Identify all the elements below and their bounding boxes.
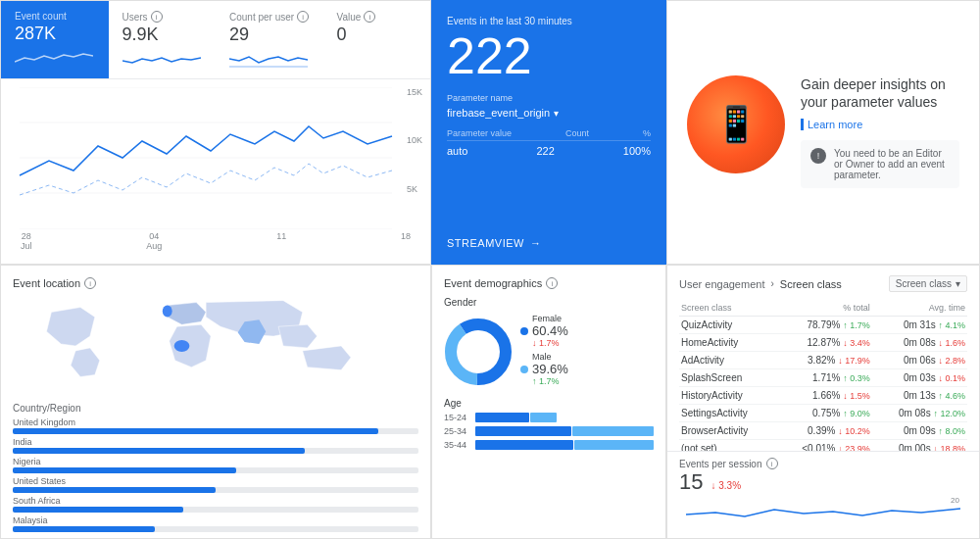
eps-title: Events per session i xyxy=(679,458,967,469)
table-row: AdActivity 3.82% ↓ 17.9% 0m 06s ↓ 2.8% xyxy=(679,352,967,369)
count-per-user-metric[interactable]: Count per user i 29 xyxy=(216,1,323,78)
table-row: BrowserActivity 0.39% ↓ 10.2% 0m 09s ↑ 8… xyxy=(679,422,967,440)
param-table-header-count: Count xyxy=(565,128,589,138)
country-region-label: Country/Region xyxy=(13,403,418,414)
param-table-header-pct: % xyxy=(643,128,651,138)
female-legend: Female 60.4% ↓ 1.7% xyxy=(520,314,568,348)
count-per-user-sparkline xyxy=(229,49,308,69)
country-item-nigeria: Nigeria xyxy=(13,457,418,473)
count-per-user-value: 29 xyxy=(229,24,310,45)
female-pct: 60.4% xyxy=(532,323,568,338)
cell-pct: 1.66% ↓ 1.5% xyxy=(775,387,872,405)
learn-more-link[interactable]: Learn more xyxy=(801,119,959,130)
insights-panel: 📱 Gain deeper insights on your parameter… xyxy=(666,0,980,265)
param-name-value: firebase_event_origin xyxy=(447,107,550,119)
cell-time: 0m 08s ↓ 1.6% xyxy=(872,334,967,352)
chart-x-labels: 28Jul 04Aug 11 18 xyxy=(13,229,418,251)
insights-title: Gain deeper insights on your parameter v… xyxy=(801,75,959,111)
value-info-icon[interactable]: i xyxy=(364,11,375,23)
table-header-row: Screen class % total Avg. time xyxy=(679,300,967,317)
eps-info-icon[interactable]: i xyxy=(766,458,778,469)
cell-time: 0m 00s ↓ 18.8% xyxy=(872,440,967,452)
gender-label: Gender xyxy=(444,297,654,308)
age-chart: 15-24 25-34 35-44 xyxy=(444,413,654,450)
param-table-header-value: Parameter value xyxy=(447,128,512,138)
value-metric[interactable]: Value i 0 xyxy=(323,1,431,78)
demographics-info-icon[interactable]: i xyxy=(546,277,558,289)
table-row: HistoryActivity 1.66% ↓ 1.5% 0m 13s ↑ 4.… xyxy=(679,387,967,405)
cell-name: QuizActivity xyxy=(679,317,775,334)
cell-pct: 3.82% ↓ 17.9% xyxy=(775,352,872,369)
info-box: ! You need to be an Editor or Owner to a… xyxy=(801,140,959,188)
param-table-row: auto 222 100% xyxy=(447,145,651,157)
engagement-table: Screen class % total Avg. time QuizActiv… xyxy=(679,300,967,451)
main-line-chart xyxy=(13,87,418,229)
cell-name: (not set) xyxy=(679,440,775,452)
age-bar-15-24-b xyxy=(530,413,557,422)
users-info-icon[interactable]: i xyxy=(151,11,163,23)
users-metric[interactable]: Users i 9.9K xyxy=(109,1,217,78)
svg-point-6 xyxy=(163,306,172,318)
count-per-user-label: Count per user i xyxy=(229,11,310,23)
demographics-title: Event demographics i xyxy=(444,277,654,289)
events-per-session-section: Events per session i 15 ↓ 3.3% 20 xyxy=(667,451,979,538)
location-info-icon[interactable]: i xyxy=(84,277,96,289)
female-change: ↓ 1.7% xyxy=(532,338,568,348)
demographics-panel: Event demographics i Gender Female 60.4%… xyxy=(431,265,666,539)
events-title: Events in the last 30 minutes xyxy=(447,16,651,26)
svg-point-7 xyxy=(174,340,190,352)
age-bar-35-44-a xyxy=(475,440,573,450)
param-dropdown-arrow[interactable]: ▾ xyxy=(554,108,559,119)
cell-pct: 12.87% ↓ 3.4% xyxy=(775,334,872,352)
users-value: 9.9K xyxy=(122,24,203,45)
country-list: Country/Region United Kingdom India Nige… xyxy=(13,403,418,532)
breadcrumb-screen-class: Screen class xyxy=(780,278,842,290)
gender-legend: Female 60.4% ↓ 1.7% Male 39.6% ↑ 1.7% xyxy=(520,314,568,390)
age-label: Age xyxy=(444,398,654,409)
cell-pct: 0.75% ↑ 9.0% xyxy=(775,405,872,422)
event-count-metric[interactable]: Event count 287K xyxy=(1,1,109,78)
country-item-us: United States xyxy=(13,476,418,493)
cell-pct: <0.01% ↓ 23.9% xyxy=(775,440,872,452)
insights-image: 📱 xyxy=(687,75,785,173)
col-screen-class: Screen class xyxy=(679,300,775,317)
location-title: Event location i xyxy=(13,277,418,289)
country-item-india: India xyxy=(13,437,418,454)
cell-name: HomeActivity xyxy=(679,334,775,352)
param-row-value: auto xyxy=(447,145,467,157)
screen-class-dropdown[interactable]: Screen class ▾ xyxy=(889,275,967,292)
male-dot xyxy=(520,366,528,373)
table-row: HomeActivity 12.87% ↓ 3.4% 0m 08s ↓ 1.6% xyxy=(679,334,967,352)
param-table: Parameter value Count % auto 222 100% xyxy=(447,128,651,157)
param-row-count: 222 xyxy=(536,145,554,157)
cell-name: HistoryActivity xyxy=(679,387,775,405)
country-item-sa: South Africa xyxy=(13,496,418,513)
engagement-header: User engagement › Screen class Screen cl… xyxy=(679,275,967,292)
info-icon: ! xyxy=(810,148,826,164)
male-legend: Male 39.6% ↑ 1.7% xyxy=(520,352,568,386)
breadcrumb-chevron: › xyxy=(770,278,773,289)
table-row: SettingsActivity 0.75% ↑ 9.0% 0m 08s ↑ 1… xyxy=(679,405,967,422)
cell-time: 0m 13s ↑ 4.6% xyxy=(872,387,967,405)
count-per-user-info-icon[interactable]: i xyxy=(297,11,309,23)
female-dot xyxy=(520,327,528,335)
age-bar-25-34-a xyxy=(475,426,571,436)
events-count: 222 xyxy=(447,30,651,81)
event-count-value: 287K xyxy=(15,24,95,44)
cell-name: BrowserActivity xyxy=(679,422,775,440)
eps-sparkline: 20 xyxy=(679,495,967,529)
col-avg-time: Avg. time xyxy=(872,300,967,317)
age-row-25-34: 25-34 xyxy=(444,426,654,436)
svg-text:20: 20 xyxy=(951,496,959,505)
cell-time: 0m 03s ↓ 0.1% xyxy=(872,369,967,387)
cell-pct: 0.39% ↓ 10.2% xyxy=(775,422,872,440)
age-section: Age 15-24 25-34 35-44 xyxy=(444,398,654,450)
streamview-button[interactable]: STREAMVIEW → xyxy=(447,229,651,249)
female-label: Female xyxy=(532,314,568,323)
event-count-sparkline xyxy=(15,48,93,68)
cell-pct: 1.71% ↑ 0.3% xyxy=(775,369,872,387)
param-name-label: Parameter name xyxy=(447,93,651,103)
dropdown-chevron-icon: ▾ xyxy=(956,278,960,289)
learn-more-bar-icon xyxy=(801,119,804,130)
age-bar-25-34-b xyxy=(572,426,654,436)
